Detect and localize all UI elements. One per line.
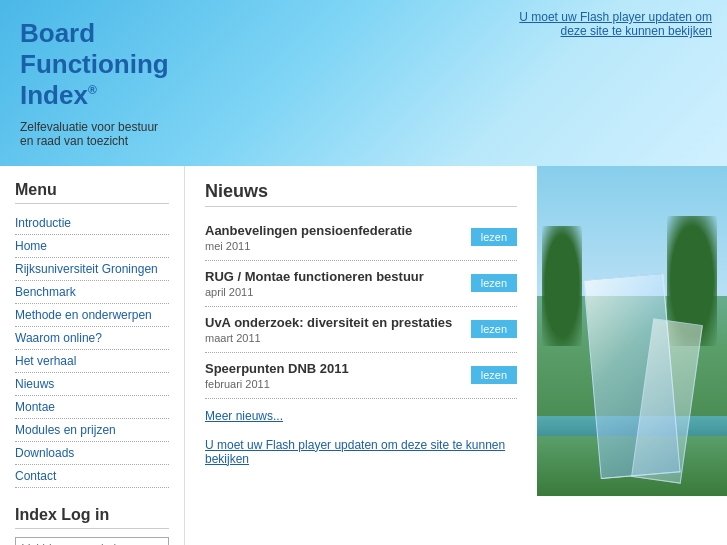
nav-link-montae[interactable]: Montae <box>15 396 169 418</box>
nav-item-benchmark[interactable]: Benchmark <box>15 281 169 304</box>
nav-item-contact[interactable]: Contact <box>15 465 169 488</box>
news-date-4: februari 2011 <box>205 378 461 390</box>
nav-link-methode[interactable]: Methode en onderwerpen <box>15 304 169 326</box>
news-date-1: mei 2011 <box>205 240 461 252</box>
nav-item-montae[interactable]: Montae <box>15 396 169 419</box>
nav-item-modules[interactable]: Modules en prijzen <box>15 419 169 442</box>
nav-item-methode[interactable]: Methode en onderwerpen <box>15 304 169 327</box>
flash-warning-link[interactable]: U moet uw Flash player updaten om deze s… <box>205 438 505 466</box>
content-area: Nieuws Aanbevelingen pensioenfederatie m… <box>185 166 537 545</box>
sidebar-nav: Introductie Home Rijksuniversiteit Groni… <box>15 212 169 488</box>
nav-item-downloads[interactable]: Downloads <box>15 442 169 465</box>
header: Board Functioning Index® Zelfevaluatie v… <box>0 0 727 166</box>
news-date-2: april 2011 <box>205 286 461 298</box>
nav-link-modules[interactable]: Modules en prijzen <box>15 419 169 441</box>
nav-item-waarom[interactable]: Waarom online? <box>15 327 169 350</box>
news-item-4: Speerpunten DNB 2011 februari 2011 lezen <box>205 353 517 399</box>
login-code-input[interactable] <box>15 537 169 545</box>
menu-title: Menu <box>15 181 169 204</box>
news-title-4: Speerpunten DNB 2011 <box>205 361 461 376</box>
lezen-btn-3[interactable]: lezen <box>471 320 517 338</box>
lezen-btn-4[interactable]: lezen <box>471 366 517 384</box>
main-container: Menu Introductie Home Rijksuniversiteit … <box>0 166 727 545</box>
news-title-2: RUG / Montae functioneren bestuur <box>205 269 461 284</box>
nav-link-contact[interactable]: Contact <box>15 465 169 487</box>
header-left: Board Functioning Index® Zelfevaluatie v… <box>20 18 169 148</box>
lezen-btn-1[interactable]: lezen <box>471 228 517 246</box>
tree-left <box>542 226 582 346</box>
flash-warning: U moet uw Flash player updaten om deze s… <box>205 438 517 466</box>
nav-link-waarom[interactable]: Waarom online? <box>15 327 169 349</box>
site-logo: Board Functioning Index® <box>20 18 169 112</box>
news-title: Nieuws <box>205 181 517 207</box>
news-item-2: RUG / Montae functioneren bestuur april … <box>205 261 517 307</box>
photo-image <box>537 166 727 496</box>
news-title-1: Aanbevelingen pensioenfederatie <box>205 223 461 238</box>
meer-nieuws-link[interactable]: Meer nieuws... <box>205 409 517 423</box>
nav-link-home[interactable]: Home <box>15 235 169 257</box>
nav-item-rug[interactable]: Rijksuniversiteit Groningen <box>15 258 169 281</box>
nav-link-downloads[interactable]: Downloads <box>15 442 169 464</box>
news-item-3: UvA onderzoek: diversiteit en prestaties… <box>205 307 517 353</box>
nav-item-introductie[interactable]: Introductie <box>15 212 169 235</box>
news-title-3: UvA onderzoek: diversiteit en prestaties <box>205 315 461 330</box>
header-tagline: Zelfevaluatie voor bestuur en raad van t… <box>20 120 169 148</box>
nav-link-benchmark[interactable]: Benchmark <box>15 281 169 303</box>
login-box: Index Log in klik <box>15 506 169 545</box>
lezen-btn-2[interactable]: lezen <box>471 274 517 292</box>
news-date-3: maart 2011 <box>205 332 461 344</box>
nav-item-nieuws[interactable]: Nieuws <box>15 373 169 396</box>
nav-item-verhaal[interactable]: Het verhaal <box>15 350 169 373</box>
photo-area <box>537 166 727 545</box>
news-item-1: Aanbevelingen pensioenfederatie mei 2011… <box>205 215 517 261</box>
nav-item-home[interactable]: Home <box>15 235 169 258</box>
sidebar: Menu Introductie Home Rijksuniversiteit … <box>0 166 185 545</box>
nav-link-nieuws[interactable]: Nieuws <box>15 373 169 395</box>
nav-link-verhaal[interactable]: Het verhaal <box>15 350 169 372</box>
header-flash-link[interactable]: U moet uw Flash player updaten om deze s… <box>492 10 712 38</box>
login-title: Index Log in <box>15 506 169 529</box>
nav-link-introductie[interactable]: Introductie <box>15 212 169 234</box>
nav-link-rug[interactable]: Rijksuniversiteit Groningen <box>15 258 169 280</box>
